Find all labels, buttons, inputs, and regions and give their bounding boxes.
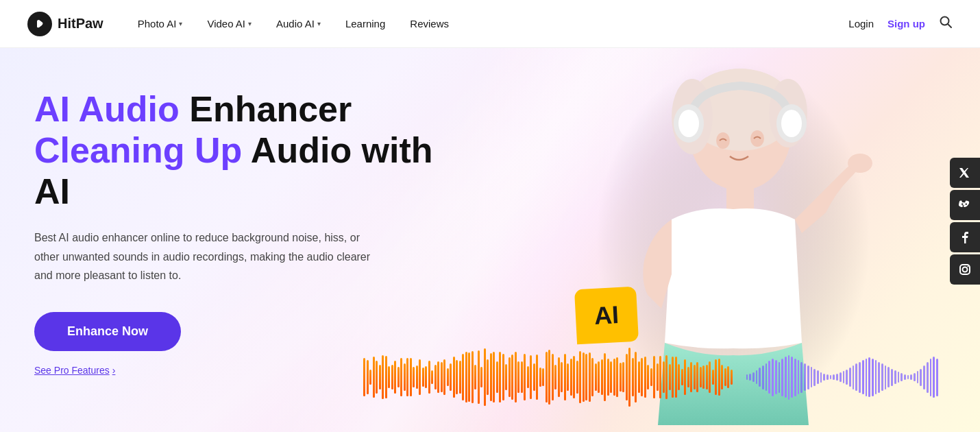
logo[interactable]: HitPaw [27,12,103,36]
social-sidebar [950,158,980,285]
waveform-bar [681,369,683,386]
waveform-bar [807,365,809,389]
twitter-social-button[interactable] [950,158,980,188]
waveform-bar [672,357,674,398]
waveform-bar [804,363,806,391]
waveform-bar [443,359,445,396]
waveform-bar [657,363,659,390]
waveform-bar [798,360,800,394]
waveform-bar [441,362,443,392]
facebook-social-button[interactable] [950,222,980,252]
waveform-bar [684,359,686,395]
waveform-bar [920,369,922,386]
waveform-bar [859,362,861,393]
waveform-bar [515,352,517,403]
waveform-bar [363,358,365,397]
nav-links: Photo AI ▾ Video AI ▾ Audio AI ▾ Learnin… [138,18,849,29]
waveform-bar [653,356,655,399]
nav-photo-ai[interactable]: Photo AI ▾ [138,18,183,29]
waveform-bar [453,357,455,398]
nav-reviews[interactable]: Reviews [410,18,449,29]
waveform-bar [496,361,498,394]
waveform-bar [589,352,591,402]
waveform-bar [724,368,726,386]
waveform-bar [499,352,501,403]
waveform-bar [836,374,838,381]
waveform-bar [678,364,680,390]
waveform-bar [521,361,523,394]
waveform-bar [872,359,874,396]
waveform-bar [650,368,652,385]
waveform-bar [598,361,600,393]
nav-learning[interactable]: Learning [345,18,385,29]
waveform-bar [843,371,845,383]
waveform-bar [385,356,387,399]
instagram-social-button[interactable] [950,254,980,285]
waveform-bar [635,352,637,402]
login-button[interactable]: Login [848,18,874,29]
discord-social-button[interactable] [950,190,980,220]
waveform-bar [622,362,624,392]
waveform-bar [484,348,486,406]
waveform-bar [585,354,587,400]
waveform-bar [901,373,903,381]
waveform-bar [762,365,764,389]
waveform-bar [694,365,696,389]
waveform-bar [410,358,412,396]
waveform-bar [700,367,702,388]
waveform-bar [752,372,755,382]
see-pro-features-link[interactable]: See Pro Features › [34,365,115,376]
waveform-bar [868,357,870,397]
search-icon[interactable] [939,15,953,32]
waveform-bar [394,361,396,394]
waveform-bar [583,352,585,402]
chevron-down-icon: ▾ [179,20,182,27]
waveform-bar [548,350,550,405]
waveform-bar [462,354,464,400]
waveform-bar [579,351,581,403]
waveform-bar [493,352,495,403]
waveform-bar [373,357,375,397]
waveform-bar [530,355,532,399]
waveform-bar [413,367,415,388]
waveform-bar [779,362,781,393]
waveform-bar [930,359,932,396]
waveform-bar [573,356,575,399]
waveform-bar [431,370,433,385]
waveform-bar [505,364,507,391]
waveform-bar [715,359,717,395]
waveform-bar [610,361,612,393]
waveform-bar [416,365,418,389]
nav-audio-ai[interactable]: Audio AI ▾ [276,18,321,29]
waveform-bar [570,359,572,396]
main-nav: HitPaw Photo AI ▾ Video AI ▾ Audio AI ▾ … [0,0,980,48]
svg-point-13 [781,110,802,137]
waveform-bar [628,348,630,406]
hero-description: Best AI audio enhancer online to reduce … [34,228,377,285]
waveform-bar [524,354,526,401]
waveform-bar [788,355,790,400]
signup-button[interactable]: Sign up [887,18,925,29]
chevron-down-icon: ▾ [248,20,252,27]
waveform-bar [936,359,938,396]
waveform-bar [785,357,787,398]
waveform-bar [718,359,720,396]
waveform-bar [833,374,835,380]
chevron-down-icon: ▾ [317,20,321,27]
waveform-bar [382,355,384,400]
waveform-bar [887,367,890,387]
waveform-blue [746,353,938,401]
waveform-bar [437,361,439,393]
waveform-bar [502,354,504,400]
waveform-bar [626,354,628,401]
hero-section: AI Audio Enhancer Cleaning Up Audio with… [0,48,980,432]
enhance-now-button[interactable]: Enhance Now [34,312,181,351]
nav-video-ai[interactable]: Video AI ▾ [207,18,252,29]
waveform-bar [706,365,708,389]
waveform-bar [422,368,424,387]
waveform-bar [527,366,529,387]
waveform-bar [641,358,643,396]
waveform-bar [878,362,880,393]
nav-right: Login Sign up [848,15,953,32]
waveform-bar [471,351,474,403]
